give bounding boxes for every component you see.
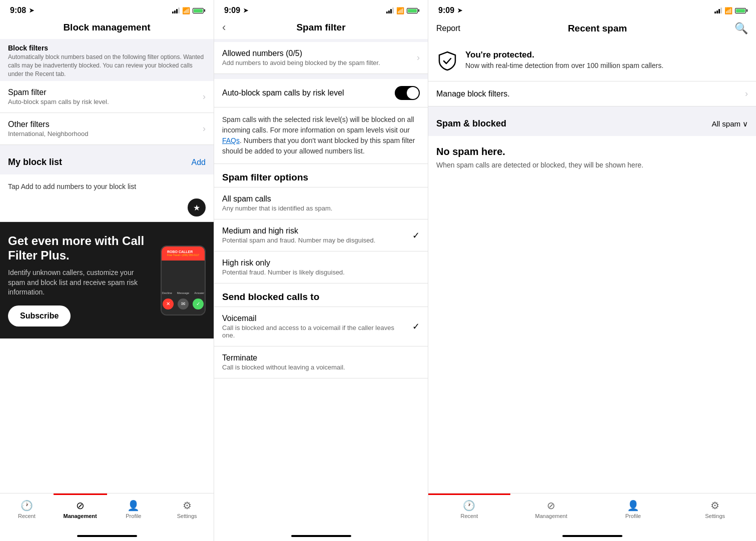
block-icon-3: ⊘ xyxy=(547,500,555,512)
allowed-numbers-chevron: › xyxy=(417,52,420,63)
auto-block-toggle-row: Auto-block spam calls by risk level xyxy=(214,79,428,108)
tab-settings-label-3: Settings xyxy=(705,513,725,519)
promo-star-badge: ★ xyxy=(188,198,206,216)
accept-label: Answer xyxy=(194,292,204,294)
my-block-list-title: My block list xyxy=(8,157,62,168)
all-spam-sub: Any number that is identified as spam. xyxy=(222,204,420,212)
status-icons-3: 📶 xyxy=(714,7,746,14)
all-spam-title: All spam calls xyxy=(222,194,420,204)
add-button[interactable]: Add xyxy=(192,158,206,167)
allowed-numbers-row[interactable]: Allowed numbers (0/5) Add numbers to avo… xyxy=(214,42,428,74)
tab-recent-1[interactable]: 🕐 Recent xyxy=(0,498,54,521)
spam-filter-chevron: › xyxy=(203,92,206,102)
recent-spam-content: You're protected. Now with real-time det… xyxy=(428,41,756,493)
home-indicator-3 xyxy=(428,531,756,541)
auto-block-label: Auto-block spam calls by risk level xyxy=(222,88,344,98)
report-button[interactable]: Report xyxy=(436,24,460,33)
other-filters-sub: International, Neighborhood xyxy=(8,130,199,138)
protected-title: You're protected. xyxy=(465,50,663,60)
faqs-link[interactable]: FAQs xyxy=(222,136,240,144)
high-risk-sub: Potential fraud. Number is likely disgui… xyxy=(222,268,420,276)
tab-profile-1[interactable]: 👤 Profile xyxy=(107,498,161,521)
block-management-header: Block management xyxy=(0,18,214,39)
voicemail-row[interactable]: Voicemail Call is blocked and access to … xyxy=(214,307,428,346)
wifi-icon-2: 📶 xyxy=(396,7,404,14)
person-icon-1: 👤 xyxy=(127,500,140,512)
tab-management-3[interactable]: ⊘ Management xyxy=(510,498,592,521)
wifi-icon-1: 📶 xyxy=(182,7,190,14)
spam-info-block: Spam calls with the selected risk level(… xyxy=(214,108,428,164)
spam-filter-content: Allowed numbers (0/5) Add numbers to avo… xyxy=(214,39,428,531)
medium-high-sub: Potential spam and fraud. Number may be … xyxy=(222,236,408,244)
divider-2a xyxy=(214,74,428,79)
block-icon: ⊘ xyxy=(76,500,85,512)
chevron-down-icon: ∨ xyxy=(742,120,748,128)
page-title-2: Spam filter xyxy=(296,22,345,33)
tab-settings-3[interactable]: ⚙ Settings xyxy=(674,498,756,521)
tab-recent-label-3: Recent xyxy=(460,513,478,519)
spam-filter-header: ‹ Spam filter xyxy=(214,18,428,39)
tab-bar-1: 🕐 Recent ⊘ Management 👤 Profile ⚙ Settin… xyxy=(0,493,214,531)
status-time-1: 9:08 ➤ xyxy=(10,6,34,15)
accept-btn: ✓ xyxy=(193,298,204,310)
page-title-1: Block management xyxy=(63,22,150,33)
terminate-title: Terminate xyxy=(222,354,420,362)
tab-profile-3[interactable]: 👤 Profile xyxy=(592,498,674,521)
tab-recent-3[interactable]: 🕐 Recent xyxy=(428,498,510,521)
voicemail-sub: Call is blocked and access to a voicemai… xyxy=(222,324,408,339)
filter-label: All spam xyxy=(711,120,740,128)
tab-bar-3: 🕐 Recent ⊘ Management 👤 Profile ⚙ Settin… xyxy=(428,493,756,531)
home-indicator-2 xyxy=(214,531,428,541)
voicemail-check: ✓ xyxy=(412,321,420,332)
phone-mockup: ROBO CALLER Free Travel • (206) 555-0117… xyxy=(161,246,206,316)
home-indicator-1 xyxy=(0,531,214,541)
location-arrow-1: ➤ xyxy=(29,7,34,14)
subscribe-button[interactable]: Subscribe xyxy=(8,306,71,326)
recent-spam-header: Report Recent spam 🔍 xyxy=(428,18,756,41)
message-btn: ✉ xyxy=(178,298,189,310)
other-filters-row[interactable]: Other filters International, Neighborhoo… xyxy=(0,113,214,145)
decline-btn: ✕ xyxy=(163,298,174,310)
manage-block-filters-row[interactable]: Manage block filters. › xyxy=(428,82,756,106)
voicemail-title: Voicemail xyxy=(222,314,408,323)
protected-banner: You're protected. Now with real-time det… xyxy=(428,41,756,82)
shield-icon xyxy=(436,50,458,72)
other-filters-chevron: › xyxy=(203,124,206,134)
signal-icon-3 xyxy=(714,8,722,14)
all-spam-calls-row[interactable]: All spam calls Any number that is identi… xyxy=(214,188,428,220)
tab-settings-1[interactable]: ⚙ Settings xyxy=(160,498,214,521)
allowed-numbers-title: Allowed numbers (0/5) xyxy=(222,49,413,58)
gear-icon-1: ⚙ xyxy=(183,500,192,512)
wifi-icon-3: 📶 xyxy=(724,7,732,14)
manage-block-chevron: › xyxy=(745,88,748,99)
terminate-row[interactable]: Terminate Call is blocked without leavin… xyxy=(214,346,428,378)
spam-filter-row[interactable]: Spam filter Auto-block spam calls by ris… xyxy=(0,81,214,113)
status-icons-1: 📶 xyxy=(172,7,204,14)
medium-high-risk-row[interactable]: Medium and high risk Potential spam and … xyxy=(214,220,428,252)
high-risk-row[interactable]: High risk only Potential fraud. Number i… xyxy=(214,252,428,284)
block-management-content: Block filters Automatically block number… xyxy=(0,39,214,493)
spam-filter-dropdown[interactable]: All spam ∨ xyxy=(711,120,748,128)
signal-icon-2 xyxy=(386,8,394,14)
status-time-2: 9:09 ➤ xyxy=(224,6,248,15)
promo-sub: Identify unknown callers, customize your… xyxy=(8,268,153,298)
battery-icon-2 xyxy=(407,8,418,14)
search-button[interactable]: 🔍 xyxy=(734,22,748,35)
tab-settings-label-1: Settings xyxy=(177,513,197,519)
tab-profile-label-1: Profile xyxy=(126,513,141,519)
no-spam-sub: When spam calls are detected or blocked,… xyxy=(436,160,748,170)
spam-filter-title: Spam filter xyxy=(8,88,199,97)
block-filters-sub: Automatically block numbers based on the… xyxy=(8,53,206,78)
divider-3a xyxy=(428,106,756,112)
promo-block: Get even more with Call Filter Plus. Ide… xyxy=(0,222,214,338)
terminate-sub: Call is blocked without leaving a voicem… xyxy=(222,364,420,371)
status-bar-1: 9:08 ➤ 📶 xyxy=(0,0,214,18)
block-filters-section: Block filters Automatically block number… xyxy=(0,39,214,81)
back-button-2[interactable]: ‹ xyxy=(222,21,226,34)
auto-block-toggle[interactable] xyxy=(395,86,420,100)
block-management-screen: 9:08 ➤ 📶 Block management xyxy=(0,0,214,541)
high-risk-title: High risk only xyxy=(222,258,420,268)
spam-filter-screen: 9:09 ➤ 📶 ‹ Spam filter xyxy=(214,0,428,541)
tab-management-1[interactable]: ⊘ Management xyxy=(54,498,107,521)
status-bar-2: 9:09 ➤ 📶 xyxy=(214,0,428,18)
